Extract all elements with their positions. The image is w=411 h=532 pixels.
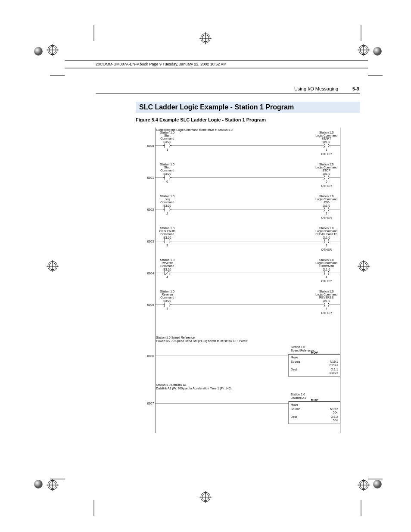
svg-text:O:1.0: O:1.0 bbox=[323, 299, 330, 302]
svg-text:1: 1 bbox=[166, 148, 168, 151]
svg-text:Station 1.0: Station 1.0 bbox=[291, 393, 305, 396]
header-rule bbox=[96, 93, 360, 93]
svg-text:4: 4 bbox=[166, 276, 168, 279]
svg-text:4: 4 bbox=[326, 307, 327, 310]
svg-point-2 bbox=[34, 480, 43, 488]
svg-text:50<: 50< bbox=[333, 411, 338, 414]
svg-text:O:1.0: O:1.0 bbox=[323, 204, 330, 207]
svg-text:Station 1.0 Speed Reference: Station 1.0 Speed Reference bbox=[156, 336, 195, 339]
svg-point-0 bbox=[34, 47, 43, 56]
svg-text:JOG: JOG bbox=[324, 201, 330, 204]
svg-text:Source: Source bbox=[291, 360, 300, 363]
svg-text:CLEAR FAULTS: CLEAR FAULTS bbox=[315, 233, 337, 236]
sheet: 20COMM-UM007A-EN-P.book Page 9 Tuesday, … bbox=[0, 0, 411, 532]
svg-text:Dest: Dest bbox=[291, 368, 297, 371]
svg-text:0001: 0001 bbox=[147, 176, 154, 179]
svg-text:O:1.2: O:1.2 bbox=[331, 415, 338, 418]
svg-rect-149 bbox=[165, 304, 170, 305]
svg-text:PowerFlex 70 Speed Ref A Sel (: PowerFlex 70 Speed Ref A Sel (Pr.90) nee… bbox=[156, 339, 248, 343]
svg-text:2: 2 bbox=[326, 212, 327, 215]
sphere-icon bbox=[34, 47, 43, 56]
page-header: Using I/O Messaging 5-9 bbox=[294, 86, 359, 91]
svg-text:4: 4 bbox=[166, 307, 168, 310]
svg-text:0006: 0006 bbox=[147, 355, 154, 358]
svg-text:OTHER: OTHER bbox=[321, 280, 332, 283]
svg-text:OTHER: OTHER bbox=[321, 248, 332, 251]
svg-text:OTHER: OTHER bbox=[321, 311, 332, 314]
registration-mark-icon bbox=[47, 260, 59, 272]
chapter-label: Using I/O Messaging bbox=[294, 86, 338, 91]
svg-text:0000: 0000 bbox=[147, 144, 154, 147]
svg-text:Move: Move bbox=[291, 403, 298, 406]
svg-text:50<: 50< bbox=[333, 419, 338, 422]
svg-text:Command: Command bbox=[160, 264, 174, 268]
sphere-icon bbox=[34, 479, 43, 489]
svg-text:Command: Command bbox=[160, 233, 174, 236]
svg-rect-99 bbox=[324, 209, 329, 210]
svg-text:Reverse: Reverse bbox=[162, 261, 173, 264]
svg-text:Station 1.0: Station 1.0 bbox=[160, 195, 175, 198]
svg-text:Station 1.0: Station 1.0 bbox=[319, 290, 334, 293]
svg-text:B3:20: B3:20 bbox=[163, 204, 171, 207]
svg-rect-80 bbox=[324, 177, 329, 178]
svg-text:MOV: MOV bbox=[311, 398, 318, 401]
svg-text:3: 3 bbox=[326, 244, 327, 247]
svg-rect-110 bbox=[165, 241, 170, 242]
sphere-icon bbox=[373, 479, 382, 489]
svg-text:Start: Start bbox=[164, 134, 171, 137]
svg-point-1 bbox=[373, 47, 382, 56]
svg-text:Station 1.0: Station 1.0 bbox=[160, 163, 175, 166]
svg-text:4: 4 bbox=[326, 276, 327, 279]
registration-mark-icon bbox=[47, 44, 59, 56]
svg-rect-138 bbox=[324, 273, 329, 274]
registration-mark-icon bbox=[358, 260, 370, 272]
svg-text:OTHER: OTHER bbox=[321, 184, 332, 187]
running-head: 20COMM-UM007A-EN-P.book Page 9 Tuesday, … bbox=[96, 62, 227, 66]
svg-rect-61 bbox=[324, 145, 329, 146]
svg-text:3: 3 bbox=[166, 244, 168, 247]
page-number: 5-9 bbox=[352, 86, 359, 91]
svg-text:Station 1.0: Station 1.0 bbox=[160, 290, 175, 293]
svg-text:MOV: MOV bbox=[311, 351, 318, 354]
svg-text:OTHER: OTHER bbox=[321, 216, 332, 219]
svg-text:B3:20: B3:20 bbox=[163, 172, 171, 175]
svg-text:B3:20: B3:20 bbox=[163, 268, 171, 271]
svg-text:Reverse: Reverse bbox=[162, 293, 173, 296]
svg-text:Station 1.0: Station 1.0 bbox=[291, 345, 305, 348]
svg-text:8192<: 8192< bbox=[330, 364, 338, 367]
svg-rect-53 bbox=[165, 145, 170, 146]
svg-text:N19:1: N19:1 bbox=[330, 360, 338, 363]
svg-text:Station 1.0: Station 1.0 bbox=[319, 163, 334, 166]
registration-mark-icon bbox=[199, 491, 212, 503]
svg-text:O:1.0: O:1.0 bbox=[323, 236, 330, 239]
registration-mark-icon bbox=[358, 44, 370, 56]
svg-text:B3:20: B3:20 bbox=[163, 236, 171, 239]
svg-text:Dest: Dest bbox=[291, 415, 297, 418]
svg-text:O:1.0: O:1.0 bbox=[323, 172, 330, 175]
svg-text:0: 0 bbox=[166, 180, 168, 183]
svg-rect-157 bbox=[324, 304, 329, 305]
svg-text:Command: Command bbox=[160, 201, 174, 204]
svg-text:0005: 0005 bbox=[147, 303, 154, 306]
svg-text:O:1.1: O:1.1 bbox=[331, 368, 338, 371]
svg-text:0004: 0004 bbox=[147, 272, 154, 275]
svg-text:REVERSE: REVERSE bbox=[319, 296, 334, 299]
registration-mark-icon bbox=[199, 32, 212, 44]
svg-text:0002: 0002 bbox=[147, 208, 154, 211]
svg-text:O:1.0: O:1.0 bbox=[323, 268, 330, 271]
svg-text:Command: Command bbox=[160, 137, 174, 140]
svg-text:Source: Source bbox=[291, 408, 300, 411]
svg-text:B3:20: B3:20 bbox=[163, 140, 171, 143]
svg-text:Station 1.0: Station 1.0 bbox=[160, 227, 175, 230]
svg-point-3 bbox=[373, 480, 382, 488]
svg-text:Station 1.0 Datalink A1: Station 1.0 Datalink A1 bbox=[156, 383, 187, 386]
registration-mark-icon bbox=[358, 479, 370, 491]
svg-text:8192<: 8192< bbox=[330, 371, 338, 374]
svg-rect-91 bbox=[165, 209, 170, 210]
svg-text:Station 1.0: Station 1.0 bbox=[319, 131, 334, 134]
section-title: SLC Ladder Logic Example - Station 1 Pro… bbox=[136, 102, 360, 113]
svg-text:Command: Command bbox=[160, 296, 174, 299]
svg-text:Datalink A1 (Pr. 300) set to A: Datalink A1 (Pr. 300) set to Acceleratio… bbox=[156, 387, 231, 390]
svg-text:Datalink A1: Datalink A1 bbox=[291, 396, 306, 399]
svg-text:Station 1.0: Station 1.0 bbox=[160, 258, 175, 261]
